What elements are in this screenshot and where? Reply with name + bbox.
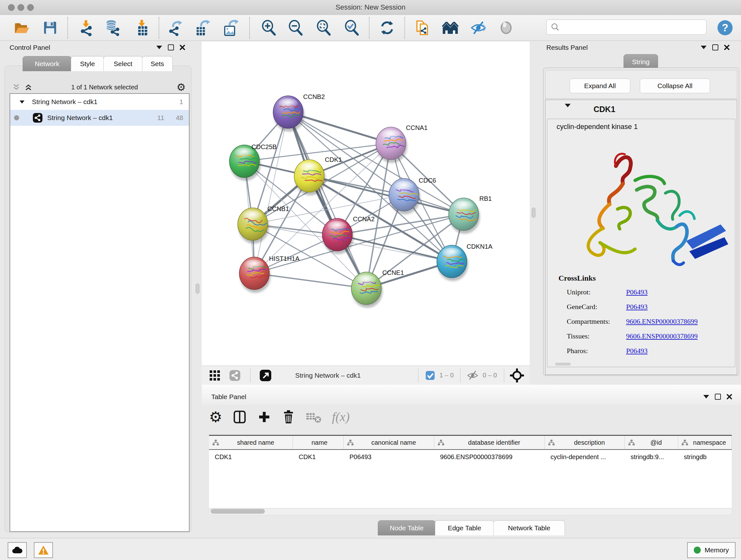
table-panel-float-icon[interactable] — [715, 394, 721, 400]
save-session-button[interactable] — [41, 19, 59, 37]
column-header--id[interactable]: @id — [625, 436, 678, 449]
left-splitter-handle[interactable] — [196, 284, 199, 294]
crosslink-link[interactable]: 9606.ENSP00000378699 — [626, 332, 697, 340]
table-row[interactable]: CDK1CDK1P064939606.ENSP00000378699cyclin… — [209, 450, 732, 464]
table-panel-close-icon[interactable] — [727, 394, 732, 399]
fit-crosshair-icon[interactable] — [510, 368, 524, 382]
expand-all-chevrons-icon[interactable] — [12, 83, 20, 91]
crosslink-label: Pharos: — [567, 347, 626, 355]
tab-network[interactable]: Network — [23, 56, 71, 71]
zoom-out-button[interactable] — [286, 19, 305, 37]
delete-table-icon[interactable] — [306, 411, 322, 423]
network-row[interactable]: String Network – cdk1 11 48 — [10, 110, 189, 126]
cloud-button[interactable] — [8, 542, 27, 558]
birdseye-toggle-icon[interactable] — [259, 369, 272, 381]
tab-select[interactable]: Select — [104, 56, 143, 71]
network-edge-CCNA2-CDKN1A[interactable] — [337, 235, 452, 261]
grid-view-icon[interactable] — [209, 370, 220, 381]
network-node-CDC6[interactable]: CDC6 — [389, 177, 436, 214]
network-edge-CCNB2-CCNE1[interactable] — [288, 112, 366, 288]
crosslink-link[interactable]: P06493 — [626, 347, 648, 355]
tab-style[interactable]: Style — [71, 56, 104, 71]
tab-sets[interactable]: Sets — [142, 56, 173, 71]
network-node-CCNA2[interactable]: CCNA2 — [322, 215, 375, 254]
collapse-all-chevrons-icon[interactable] — [24, 83, 32, 91]
open-session-button[interactable] — [13, 19, 30, 37]
column-header-canonical-name[interactable]: canonical name — [344, 436, 434, 449]
clone-network-button[interactable] — [413, 19, 431, 37]
table-settings-gear-icon[interactable]: ⚙ — [209, 410, 222, 424]
network-node-CCNA1[interactable]: CCNA1 — [376, 124, 428, 163]
zoom-in-button[interactable] — [260, 19, 278, 37]
add-column-icon[interactable] — [257, 410, 271, 424]
network-collection-row[interactable]: String Network – cdk1 1 — [10, 94, 189, 110]
results-panel-close-icon[interactable] — [724, 45, 730, 50]
search-input[interactable] — [562, 20, 706, 34]
control-panel-close-icon[interactable] — [180, 45, 185, 50]
selected-checkbox-icon[interactable] — [425, 371, 435, 380]
tab-edge-table[interactable]: Edge Table — [435, 520, 494, 536]
import-network-database-button[interactable] — [104, 19, 121, 37]
control-panel-title: Control Panel — [10, 44, 50, 51]
network-node-CCNB2[interactable]: CCNB2 — [273, 93, 325, 132]
hide-selected-button[interactable] — [469, 19, 487, 37]
share-view-icon[interactable] — [229, 370, 241, 381]
warning-button[interactable] — [34, 542, 53, 558]
crosslink-link[interactable]: P06493 — [626, 303, 648, 311]
control-panel-float-icon[interactable] — [168, 44, 174, 51]
network-node-RB1[interactable]: RB1 — [449, 195, 492, 234]
network-canvas[interactable]: CCNB2 CCNA1 CDC25B CDK1 — [202, 42, 530, 366]
memory-button[interactable]: Memory — [687, 542, 736, 558]
split-columns-icon[interactable] — [232, 410, 247, 424]
refresh-button[interactable] — [378, 19, 396, 37]
tab-network-table[interactable]: Network Table — [493, 520, 565, 536]
cdk1-expand-icon[interactable] — [565, 107, 570, 113]
network-node-CDC25B[interactable]: CDC25B — [229, 143, 277, 181]
right-splitter-handle[interactable] — [532, 207, 536, 218]
network-node-CCNE1[interactable]: CCNE1 — [351, 269, 404, 308]
control-panel-menu-icon[interactable] — [156, 46, 162, 49]
zoom-selected-button[interactable] — [343, 19, 360, 37]
table-hscroll-thumb[interactable] — [211, 509, 265, 514]
network-node-CDKN1A[interactable]: CDKN1A — [437, 243, 493, 281]
network-edge-CCNB2-HIST1H1A[interactable] — [254, 112, 288, 273]
results-panel-float-icon[interactable] — [712, 44, 718, 51]
network-edge-HIST1H1A-CCNE1[interactable] — [254, 273, 366, 288]
collection-expand-icon[interactable] — [19, 100, 24, 103]
import-table-file-button[interactable] — [133, 19, 151, 37]
selection-count: 1 – 0 — [440, 372, 454, 379]
zoom-fit-button[interactable] — [315, 19, 333, 37]
table-hscrollbar[interactable] — [209, 508, 732, 515]
memory-status-dot — [694, 547, 701, 554]
column-header-namespace[interactable]: namespace — [678, 436, 732, 449]
export-image-button[interactable] — [221, 19, 239, 37]
collapse-all-button[interactable]: Collapse All — [640, 78, 710, 93]
column-header-shared-name[interactable]: shared name — [209, 436, 293, 449]
collection-network-count: 1 — [179, 98, 183, 106]
crosslink-link[interactable]: 9606.ENSP00000378699 — [626, 317, 697, 326]
import-network-file-button[interactable] — [77, 19, 95, 37]
column-header-database-identifier[interactable]: database identifier — [434, 436, 545, 449]
crosslink-link[interactable]: P06493 — [626, 288, 648, 296]
export-table-button[interactable] — [194, 19, 212, 37]
network-node-HIST1H1A[interactable]: HIST1H1A — [239, 255, 300, 293]
export-network-button[interactable] — [167, 19, 185, 37]
delete-column-icon[interactable] — [281, 410, 295, 424]
expand-all-button[interactable]: Expand All — [569, 78, 630, 93]
tab-string[interactable]: String — [623, 54, 658, 69]
column-header-name[interactable]: name — [293, 436, 344, 449]
home-button[interactable] — [441, 19, 459, 37]
results-panel-menu-icon[interactable] — [701, 46, 706, 49]
warning-icon — [38, 545, 49, 555]
network-options-gear-icon[interactable]: ⚙ — [177, 82, 186, 92]
table-panel-menu-icon[interactable] — [703, 395, 709, 398]
show-all-button[interactable] — [497, 19, 515, 37]
help-button[interactable]: ? — [716, 19, 734, 37]
cell-canonical-name: P06493 — [344, 450, 434, 464]
tab-node-table[interactable]: Node Table — [378, 520, 435, 536]
results-hscroll-thumb[interactable] — [555, 363, 570, 366]
table-panel-header: Table Panel — [202, 385, 741, 405]
column-header-description[interactable]: description — [545, 436, 625, 449]
import-network-icon — [78, 19, 95, 36]
gray-eye-icon — [498, 19, 515, 36]
